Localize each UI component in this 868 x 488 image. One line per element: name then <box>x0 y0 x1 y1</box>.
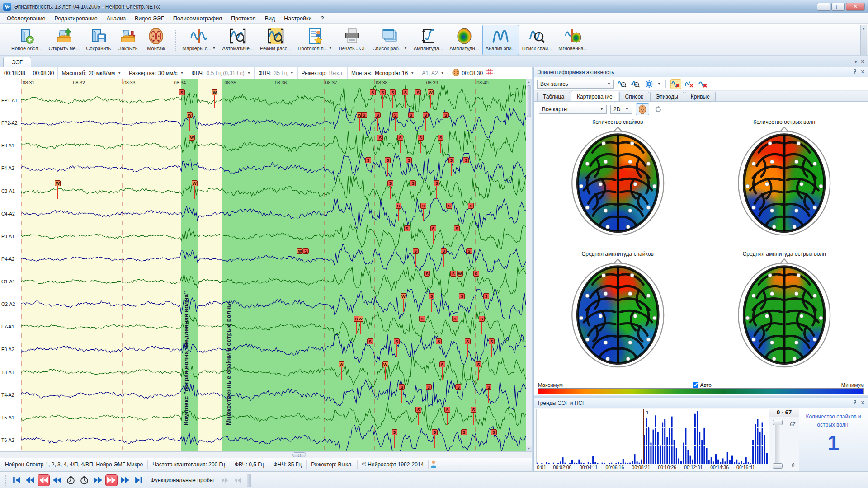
spike-marker[interactable]: S <box>402 89 408 95</box>
spike-marker[interactable]: S <box>430 225 436 231</box>
playback-scroll-handle[interactable] <box>247 474 251 487</box>
spike-marker[interactable]: S <box>370 89 376 95</box>
sharp-wave-marker[interactable]: W <box>358 316 363 322</box>
spike-marker[interactable]: S <box>392 429 397 435</box>
spike-marker[interactable]: S <box>415 89 421 95</box>
spike-marker[interactable]: S <box>452 316 458 322</box>
sharp-wave-marker[interactable]: W <box>212 89 217 95</box>
toolbar-button-open-exam[interactable]: Открыть ме... <box>45 25 83 55</box>
channel-label-f3-a1[interactable]: F3-A1 <box>1 143 14 148</box>
activity-close-icon[interactable]: ✕ <box>861 69 865 75</box>
spike-marker[interactable]: S <box>436 338 442 344</box>
sharp-wave-marker[interactable]: W <box>382 361 388 367</box>
channel-label-c3-a1[interactable]: C3-A1 <box>1 188 15 194</box>
settings-gear-icon[interactable] <box>644 79 655 89</box>
timer-forward-button[interactable] <box>78 474 90 486</box>
menu-item-help[interactable]: ? <box>316 14 329 23</box>
menu-item-вид[interactable]: Вид <box>260 14 280 23</box>
rewind-page-button[interactable] <box>38 474 50 486</box>
channel-label-p3-a1[interactable]: P3-A1 <box>1 234 14 239</box>
horizontal-scroll-thumb[interactable]: () <box>292 452 306 457</box>
spike-marker[interactable]: S <box>397 135 403 141</box>
toolbar-overflow-button[interactable]: ▾ <box>860 25 867 55</box>
activity-tab-картирование[interactable]: Картирование <box>571 91 618 101</box>
spike-marker[interactable]: S <box>406 157 412 163</box>
spike-marker[interactable]: S <box>455 384 461 390</box>
channel-label-o1-a1[interactable]: O1-A1 <box>1 279 15 284</box>
spike-marker[interactable]: S <box>394 338 400 344</box>
spike-marker[interactable]: S <box>486 384 491 390</box>
activity-tab-таблица[interactable]: Таблица <box>537 92 570 101</box>
trends-histogram[interactable]: 1 <box>536 409 769 464</box>
spike-marker[interactable]: S <box>404 225 410 231</box>
spike-marker[interactable]: S <box>375 112 381 118</box>
toolbar-button-amplitude-map[interactable]: Амплитудн... <box>446 25 482 55</box>
menu-item-настройки[interactable]: Настройки <box>279 14 316 23</box>
control-field-2[interactable]: Масштаб:20 мкВ/мм▼ <box>58 67 125 79</box>
channel-label-f7-a1[interactable]: F7-A1 <box>1 324 14 329</box>
toolbar-button-review-mode[interactable]: Режим расс... <box>257 25 294 55</box>
spike-marker[interactable]: S <box>380 89 386 95</box>
slider-handle-min[interactable] <box>773 463 783 469</box>
sharp-wave-marker[interactable]: W <box>55 180 61 186</box>
spike-marker[interactable]: S <box>483 293 489 299</box>
slider-handle-max[interactable] <box>773 420 783 425</box>
wave-search-icon[interactable] <box>617 79 627 89</box>
spike-marker[interactable]: S <box>432 429 438 435</box>
spike-marker[interactable]: S <box>473 271 479 277</box>
range-select[interactable]: Вся запись▼ <box>537 80 614 89</box>
pin-icon[interactable] <box>853 69 857 75</box>
skip-end-button[interactable] <box>132 474 145 486</box>
spike-marker[interactable]: S <box>434 180 439 186</box>
spike-marker[interactable]: S <box>387 180 393 186</box>
prev-test-icon[interactable] <box>232 475 243 486</box>
control-field-4[interactable]: ФВЧ:0,5 Гц (0,318 с)▼ <box>188 67 255 79</box>
spike-marker[interactable]: S <box>441 248 447 254</box>
auto-scale-checkbox[interactable] <box>693 382 698 388</box>
spike-marker[interactable]: S <box>361 112 367 118</box>
spike-marker[interactable]: S <box>463 157 469 163</box>
close-button[interactable]: ✕ <box>846 3 865 11</box>
spike-marker[interactable]: S <box>365 157 371 163</box>
control-field-8[interactable]: A1, A2▼ <box>418 67 448 79</box>
spike-marker[interactable]: S <box>424 271 430 277</box>
spike-marker[interactable]: S <box>459 293 465 299</box>
spike-marker[interactable]: S <box>408 112 414 118</box>
spike-marker[interactable]: S <box>392 112 398 118</box>
spike-marker[interactable]: S <box>426 384 432 390</box>
spike-marker[interactable]: S <box>399 384 405 390</box>
toolbar-button-close-exam[interactable]: Закрыть <box>114 25 142 55</box>
sharp-wave-marker[interactable]: W <box>192 180 198 186</box>
tabstrip-close-icon[interactable]: ✕ <box>861 59 865 65</box>
channel-label-t6-a2[interactable]: T6-A2 <box>1 437 14 443</box>
scroll-up-icon[interactable]: ▲ <box>526 79 532 85</box>
slider-track[interactable] <box>775 421 780 468</box>
dropdown-arrow-icon[interactable]: ▼ <box>404 46 407 50</box>
eeg-vertical-scrollbar[interactable]: ▲ ▼ <box>526 79 532 451</box>
spike-marker[interactable]: S <box>465 338 471 344</box>
sharp-wave-marker[interactable]: W <box>457 271 463 277</box>
view-mode-select[interactable]: 2D▼ <box>610 105 632 114</box>
spike-marker[interactable]: S <box>429 293 434 299</box>
toolbar-button-worklist[interactable]: Список раб...▼ <box>369 25 410 55</box>
channel-label-fp2-a2[interactable]: FP2-A2 <box>1 120 18 126</box>
toolbar-button-markers[interactable]: Маркеры с...▼ <box>179 25 219 55</box>
spike-marker[interactable]: S <box>385 157 391 163</box>
dropdown-arrow-icon[interactable]: ▼ <box>329 46 332 50</box>
channel-label-o2-a2[interactable]: O2-A2 <box>1 301 15 307</box>
user-icon[interactable] <box>430 460 437 469</box>
spike-marker[interactable]: S <box>448 157 454 163</box>
spike-marker[interactable]: S <box>461 429 467 435</box>
eeg-horizontal-scrollbar[interactable]: () <box>0 451 532 458</box>
forward-button[interactable] <box>119 474 131 486</box>
trends-pin-icon[interactable] <box>853 400 857 406</box>
toolbar-button-protocol[interactable]: Протокол п...▼ <box>294 25 335 55</box>
tab-eeg[interactable]: ЭЭГ <box>3 57 31 67</box>
refresh-icon[interactable] <box>653 104 664 114</box>
activity-tab-эпизоды[interactable]: Эпизоды <box>650 92 684 101</box>
spike-marker[interactable]: S <box>479 316 485 322</box>
menu-item-обследование[interactable]: Обследование <box>2 14 50 23</box>
spike-marker[interactable]: S <box>450 271 456 277</box>
toolbar-button-new-exam[interactable]: Новое обсл... <box>8 25 45 55</box>
menu-item-редактирование[interactable]: Редактирование <box>50 14 102 23</box>
